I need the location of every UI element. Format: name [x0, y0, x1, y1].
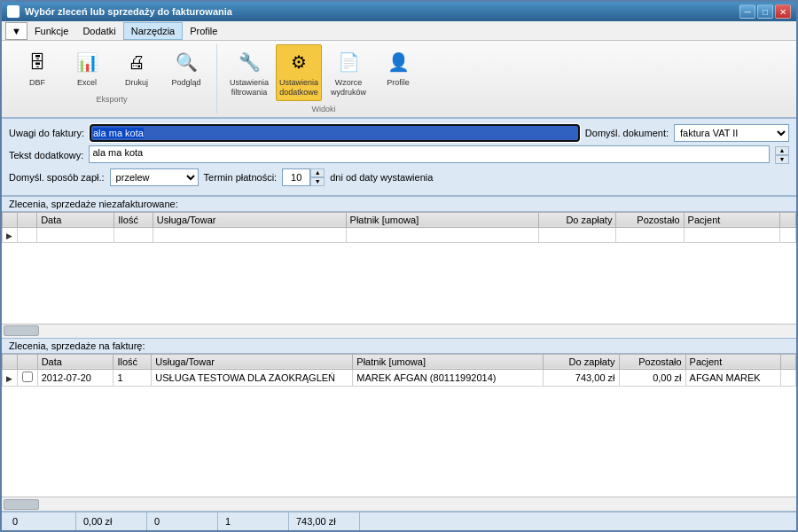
- bottom-table-container[interactable]: Data Ilość Usługa/Towar Płatnik [umowa] …: [2, 354, 796, 497]
- profile-label: Profile: [387, 78, 410, 88]
- th-service2[interactable]: Usługa/Towar: [152, 354, 353, 369]
- dbf-icon: 🗄: [23, 48, 51, 76]
- row-payer: MAREK AFGAN (80111992014): [353, 369, 543, 386]
- tekst-input[interactable]: [89, 145, 770, 163]
- spos-label: Domyśl. sposób zapł.:: [9, 172, 105, 183]
- payment-row: Domyśl. sposób zapł.: przelew Termin pła…: [9, 168, 789, 186]
- excel-button[interactable]: 📊 Excel: [64, 44, 110, 91]
- filter-icon: 🔧: [235, 48, 263, 76]
- termin-up[interactable]: ▲: [310, 168, 325, 177]
- status-cell-3: 0: [147, 512, 218, 530]
- th-check1: [18, 212, 37, 227]
- filter-label: Ustawieniafiltrowania: [230, 78, 269, 98]
- row-service: USŁUGA TESTOWA DLA ZAOKRĄGLEŃ: [152, 369, 353, 386]
- row-qty: 1: [113, 369, 152, 386]
- termin-down[interactable]: ▼: [310, 177, 325, 186]
- th-due2[interactable]: Do zapłaty: [543, 354, 619, 369]
- ribbon-content: 🗄 DBF 📊 Excel 🖨 Drukuj 🔍 Podgląd: [2, 41, 796, 117]
- drukuj-button[interactable]: 🖨 Drukuj: [113, 44, 160, 91]
- menu-funkcje[interactable]: Funkcje: [27, 22, 76, 40]
- th-service1[interactable]: Usługa/Towar: [153, 212, 346, 227]
- menu-dodatki[interactable]: Dodatki: [75, 22, 122, 40]
- th-due1[interactable]: Do zapłaty: [539, 212, 616, 227]
- th-payer1[interactable]: Płatnik [umowa]: [346, 212, 539, 227]
- th-date1[interactable]: Data: [37, 212, 114, 227]
- ribbon-group-widoki: 🔧 Ustawieniafiltrowania ⚙ Ustawieniadoda…: [219, 44, 428, 113]
- table-row[interactable]: ▶ 2012-07-20 1 USŁUGA TESTOWA DLA ZAOKRĄ…: [3, 369, 796, 386]
- spos-select[interactable]: przelew: [110, 168, 199, 186]
- top-scrollbar-thumb[interactable]: [4, 325, 39, 336]
- status-val-3: 0: [154, 516, 160, 527]
- th-scroll2: [780, 354, 795, 369]
- termin-spinner-buttons: ▲ ▼: [310, 168, 325, 186]
- row-checkbox[interactable]: [22, 372, 33, 382]
- ustawienia-filtrowania-button[interactable]: 🔧 Ustawieniafiltrowania: [226, 44, 272, 101]
- uwagi-input[interactable]: [90, 124, 580, 142]
- top-section-label: Zlecenia, sprzedaże niezafakturowane:: [2, 196, 796, 212]
- status-cell-2: 0,00 zł: [76, 512, 147, 530]
- template-icon: 📄: [334, 48, 363, 76]
- tekst-row: Tekst dodatkowy: ▲ ▼: [9, 145, 789, 165]
- bottom-scrollbar-thumb[interactable]: [4, 499, 39, 510]
- termin-input[interactable]: [282, 168, 310, 186]
- status-val-1: 0: [12, 516, 18, 527]
- ustawienia-dodatkowe-button[interactable]: ⚙ Ustawieniadodatkowe: [276, 44, 322, 101]
- maximize-button[interactable]: □: [757, 4, 773, 19]
- dbf-label: DBF: [29, 78, 45, 88]
- th-remain2[interactable]: Pozostało: [619, 354, 685, 369]
- termin-suffix: dni od daty wystawienia: [330, 172, 433, 183]
- settings-label: Ustawieniadodatkowe: [279, 78, 318, 98]
- window-title: Wybór zleceń lub sprzedaży do fakturowan…: [25, 6, 734, 17]
- th-date2[interactable]: Data: [37, 354, 113, 369]
- tekst-scroll-down[interactable]: ▼: [775, 155, 789, 164]
- termin-label: Termin płatności:: [204, 172, 278, 183]
- th-patient2[interactable]: Pacjent: [685, 354, 780, 369]
- th-patient1[interactable]: Pacjent: [684, 212, 780, 227]
- termin-spinner: ▲ ▼: [282, 168, 325, 186]
- status-val-4: 1: [225, 516, 231, 527]
- top-table-section: Zlecenia, sprzedaże niezafakturowane: Da…: [2, 196, 796, 338]
- window-controls: ─ □ ✕: [739, 4, 791, 19]
- close-button[interactable]: ✕: [775, 4, 791, 19]
- profile-button[interactable]: 👤 Profile: [375, 44, 421, 101]
- uwagi-label: Uwagi do faktury:: [9, 128, 84, 138]
- ribbon-group-eksporty: 🗄 DBF 📊 Excel 🖨 Drukuj 🔍 Podgląd: [7, 44, 217, 113]
- status-val-5: 743,00 zł: [296, 516, 336, 527]
- th-remain1[interactable]: Pozostało: [616, 212, 684, 227]
- th-check2: [18, 354, 38, 369]
- podglad-button[interactable]: 🔍 Podgląd: [163, 44, 209, 91]
- widoki-label: Widoki: [311, 105, 335, 113]
- drukuj-icon: 🖨: [122, 48, 151, 76]
- th-qty1[interactable]: Ilość: [114, 212, 153, 227]
- podglad-label: Podgląd: [171, 78, 200, 88]
- th-qty2[interactable]: Ilość: [113, 354, 152, 369]
- bottom-table-header: Data Ilość Usługa/Towar Płatnik [umowa] …: [3, 354, 796, 369]
- wzorce-wydrukow-button[interactable]: 📄 Wzorcewydruków: [325, 44, 372, 101]
- th-payer2[interactable]: Płatnik [umowa]: [353, 354, 543, 369]
- tekst-label: Tekst dodatkowy:: [9, 150, 83, 160]
- app-icon: [7, 5, 20, 18]
- menu-narzedzia[interactable]: Narzędzia: [123, 22, 184, 40]
- podglad-icon: 🔍: [172, 48, 200, 76]
- menu-profile[interactable]: Profile: [183, 22, 224, 40]
- settings-icon: ⚙: [285, 48, 313, 76]
- widoki-buttons: 🔧 Ustawieniafiltrowania ⚙ Ustawieniadoda…: [226, 44, 421, 101]
- bottom-scrollbar-h[interactable]: [2, 497, 796, 511]
- dbf-button[interactable]: 🗄 DBF: [14, 44, 60, 91]
- row-date: 2012-07-20: [37, 369, 113, 386]
- row-remain: 0,00 zł: [619, 369, 685, 386]
- menu-bar: ▼ Funkcje Dodatki Narzędzia Profile: [2, 21, 796, 41]
- excel-icon: 📊: [73, 48, 101, 76]
- top-scrollbar-h[interactable]: [2, 324, 796, 338]
- domysl-doc-select[interactable]: faktura VAT II: [674, 124, 789, 142]
- minimize-button[interactable]: ─: [739, 4, 755, 19]
- menu-icon-button[interactable]: ▼: [5, 22, 27, 40]
- top-table-container[interactable]: Data Ilość Usługa/Towar Płatnik [umowa] …: [2, 212, 796, 324]
- excel-label: Excel: [77, 78, 97, 88]
- top-table: Data Ilość Usługa/Towar Płatnik [umowa] …: [2, 212, 796, 243]
- tekst-scroll-up[interactable]: ▲: [775, 146, 789, 155]
- domysl-doc-label: Domyśl. dokument:: [585, 128, 669, 138]
- status-cell-1: 0: [5, 512, 76, 530]
- bottom-table: Data Ilość Usługa/Towar Płatnik [umowa] …: [2, 354, 796, 387]
- status-cell-5: 743,00 zł: [289, 512, 360, 530]
